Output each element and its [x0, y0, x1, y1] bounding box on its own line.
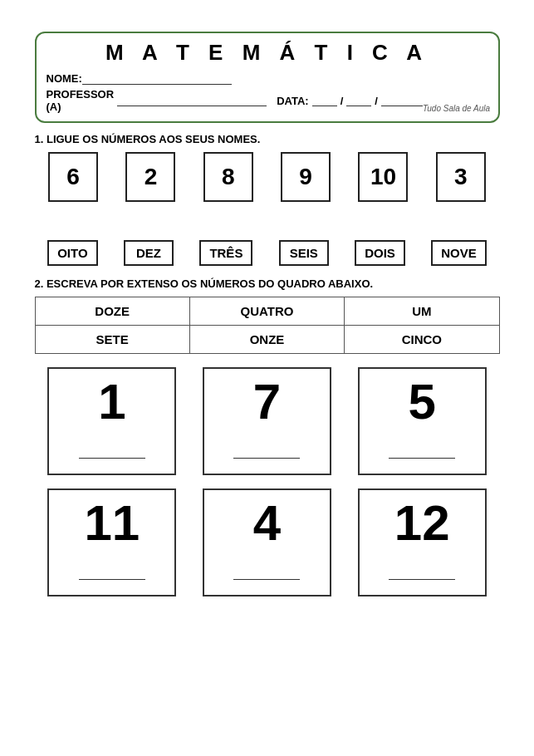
card-4[interactable]: 4 — [203, 488, 331, 596]
nome-label: NOME: — [47, 72, 82, 85]
date-field-month[interactable] — [346, 95, 371, 106]
card-1-line — [79, 458, 145, 459]
cell-um: UM — [345, 297, 499, 326]
word-box-5: DOIS — [355, 240, 405, 266]
data-label: DATA: — [277, 95, 309, 107]
professor-left: PROFESSOR (A) DATA: / / — [47, 88, 423, 113]
card-5-line — [389, 458, 455, 459]
words-row: OITO DEZ TRÊS SEIS DOIS NOVE — [35, 240, 500, 266]
card-12[interactable]: 12 — [358, 488, 487, 596]
card-7-number: 7 — [253, 377, 281, 427]
professor-underline[interactable] — [117, 95, 267, 106]
page: M A T E M Á T I C A NOME: PROFESSOR (A) … — [18, 17, 517, 739]
card-11-line — [79, 579, 145, 580]
signature: Tudo Sala de Aula — [423, 104, 490, 113]
word-table-container: DOZE QUATRO UM SETE ONZE CINCO — [35, 297, 500, 354]
cell-doze: DOZE — [35, 297, 189, 326]
word-box-2: DEZ — [124, 240, 174, 266]
header-box: M A T E M Á T I C A NOME: PROFESSOR (A) … — [35, 32, 500, 123]
card-1-number: 1 — [98, 377, 125, 427]
professor-row: PROFESSOR (A) DATA: / / Tudo Sala de Aul… — [47, 88, 488, 113]
word-box-1: OITO — [47, 240, 97, 266]
number-box-6: 3 — [436, 152, 486, 202]
card-7-line — [233, 458, 300, 459]
card-5[interactable]: 5 — [358, 367, 487, 475]
cards-row-1: 1 7 5 — [35, 367, 500, 475]
numbers-row: 6 2 8 9 10 3 — [35, 152, 500, 202]
cards-row-2: 11 4 12 — [35, 488, 500, 596]
date-field-day[interactable] — [312, 95, 337, 106]
card-12-number: 12 — [394, 498, 450, 548]
cell-quatro: QUATRO — [189, 297, 344, 326]
word-box-6: NOVE — [431, 240, 487, 266]
date-sep2: / — [375, 95, 378, 107]
number-box-3: 8 — [203, 152, 253, 202]
cell-onze: ONZE — [189, 326, 344, 354]
card-1[interactable]: 1 — [47, 367, 176, 475]
word-box-3: TRÊS — [199, 240, 252, 266]
card-11[interactable]: 11 — [47, 488, 176, 596]
nome-line: NOME: — [47, 72, 488, 85]
card-4-line — [233, 579, 300, 580]
card-4-number: 4 — [253, 498, 281, 548]
cell-cinco: CINCO — [345, 326, 499, 354]
professor-label: PROFESSOR (A) — [47, 88, 115, 113]
table-row-2: SETE ONZE CINCO — [35, 326, 499, 354]
word-box-4: SEIS — [279, 240, 329, 266]
card-11-number: 11 — [84, 498, 140, 548]
number-box-2: 2 — [125, 152, 175, 202]
card-12-line — [389, 579, 455, 580]
cell-sete: SETE — [35, 326, 189, 354]
section2-label: 2. ESCREVA POR EXTENSO OS NÚMEROS DO QUA… — [35, 277, 500, 290]
number-box-4: 9 — [281, 152, 331, 202]
date-field-year[interactable] — [381, 95, 423, 106]
nome-underline[interactable] — [82, 73, 232, 85]
section1-label: 1. LIGUE OS NÚMEROS AOS SEUS NOMES. — [35, 133, 500, 145]
date-sep1: / — [340, 95, 344, 107]
word-table: DOZE QUATRO UM SETE ONZE CINCO — [35, 297, 500, 354]
page-title: M A T E M Á T I C A — [47, 40, 488, 66]
table-row-1: DOZE QUATRO UM — [35, 297, 499, 326]
number-box-5: 10 — [358, 152, 408, 202]
card-5-number: 5 — [408, 377, 435, 427]
card-7[interactable]: 7 — [203, 367, 331, 475]
number-box-1: 6 — [48, 152, 98, 202]
